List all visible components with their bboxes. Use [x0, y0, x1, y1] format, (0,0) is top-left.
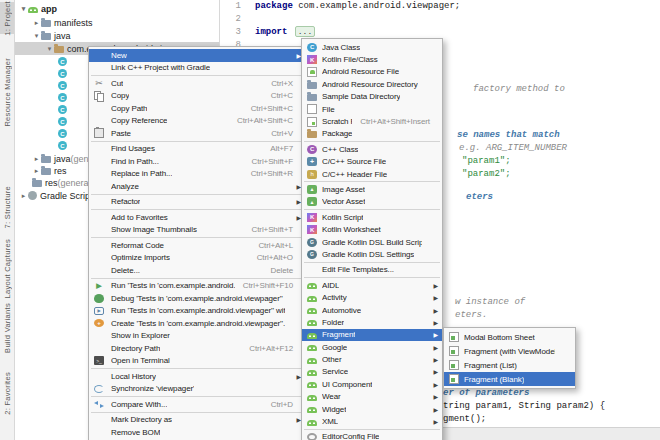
context-menu-item-find-in-path[interactable]: Find in Path...Ctrl+Shift+F	[89, 155, 305, 168]
context-menu-item-run-tests-in-com-example-android-viewpager[interactable]: Run 'Tests in 'com.example.android.viewp…	[89, 305, 305, 318]
toolwindow-tab-7-structure[interactable]: 7: Structure	[0, 180, 14, 234]
tree-row-java[interactable]: ▾java	[15, 29, 219, 42]
context-menu-item-delete[interactable]: Delete...Delete	[89, 264, 305, 277]
toolwindow-tab-build-variants[interactable]: Build Variants	[0, 302, 14, 354]
menu-item-shortcut: Ctrl+Alt+L	[250, 241, 293, 250]
context-menu-item-open-in-terminal[interactable]: Open in Terminal	[89, 355, 305, 368]
compare-icon	[94, 399, 104, 410]
new-submenu-item-activity[interactable]: Activity▶	[302, 291, 442, 303]
context-menu-item-show-image-thumbnails[interactable]: Show Image ThumbnailsCtrl+Shift+T	[89, 224, 305, 237]
context-menu-item-refactor[interactable]: Refactor▶	[89, 196, 305, 209]
context-menu-item-analyze[interactable]: Analyze▶	[89, 180, 305, 193]
new-submenu-item-package[interactable]: Package	[302, 128, 442, 140]
new-submenu-item-wear[interactable]: Wear▶	[302, 391, 442, 403]
new-submenu-item-google[interactable]: Google▶	[302, 341, 442, 353]
chevron-right-icon[interactable]: ▸	[32, 19, 41, 27]
new-submenu-item-fragment[interactable]: Fragment▶	[302, 329, 442, 341]
toolwindow-tab-1-project[interactable]: 1: Project	[0, 2, 14, 34]
new-submenu-item-gradle-kotlin-dsl-build-script[interactable]: Gradle Kotlin DSL Build Script	[302, 236, 442, 248]
new-submenu-item-c-class[interactable]: C++ Class	[302, 143, 442, 155]
context-menu-item-link-c-project-with-gradle[interactable]: Link C++ Project with Gradle	[89, 62, 305, 75]
new-submenu-item-vector-asset[interactable]: Vector Asset	[302, 196, 442, 208]
new-submenu-item-edit-file-templates[interactable]: Edit File Templates...	[302, 264, 442, 276]
new-submenu-item-java-class[interactable]: Java Class	[302, 41, 442, 53]
new-submenu-item-widget[interactable]: Widget▶	[302, 403, 442, 415]
new-submenu-item-service[interactable]: Service▶	[302, 366, 442, 378]
new-submenu-item-automotive[interactable]: Automotive▶	[302, 304, 442, 316]
toolwindow-tab-2-favorites[interactable]: 2: Favorites	[0, 364, 14, 422]
new-submenu-item-file[interactable]: File	[302, 103, 442, 115]
context-menu-item-run-tests-in-com-example-android-viewpager[interactable]: Run 'Tests in 'com.example.android.viewp…	[89, 280, 305, 293]
new-submenu-item-other[interactable]: Other▶	[302, 353, 442, 365]
context-menu-item-local-history[interactable]: Local History▶	[89, 370, 305, 383]
context-menu-item-create-tests-in-com-example-android-viewpa[interactable]: Create 'Tests in 'com.example.android.vi…	[89, 317, 305, 330]
chevron-down-icon[interactable]: ▾	[32, 32, 41, 40]
new-submenu-item-xml[interactable]: XML▶	[302, 415, 442, 427]
new-submenu-item-aidl[interactable]: AIDL▶	[302, 279, 442, 291]
fragment-submenu-item-fragment-list[interactable]: Fragment (List)	[444, 358, 575, 372]
fragment-icon	[449, 360, 459, 370]
chevron-right-icon[interactable]: ▸	[19, 192, 28, 200]
new-submenu-item-android-resource-directory[interactable]: Android Resource Directory	[302, 78, 442, 90]
menu-item-label: Android Resource Directory	[322, 80, 418, 89]
new-submenu-item-scratch-file[interactable]: Scratch FileCtrl+Alt+Shift+Insert	[302, 115, 442, 127]
new-submenu-item-android-resource-file[interactable]: Android Resource File	[302, 66, 442, 78]
tree-row-app[interactable]: ▾app	[15, 2, 219, 15]
blank-icon	[94, 156, 104, 167]
android-icon	[307, 320, 317, 326]
context-menu-item-compare-with[interactable]: Compare With...Ctrl+D	[89, 398, 305, 411]
folder-icon	[41, 168, 51, 175]
android-icon	[307, 420, 317, 426]
toolwindow-tab-layout-captures[interactable]: Layout Captures	[0, 240, 14, 298]
context-menu: New▶Link C++ Project with GradleCutCtrl+…	[88, 46, 306, 440]
menu-item-label: Paste	[111, 129, 131, 138]
new-submenu-item-image-asset[interactable]: Image Asset	[302, 183, 442, 195]
import-keyword: import	[255, 27, 287, 37]
context-menu-item-paste[interactable]: PasteCtrl+V	[89, 127, 305, 140]
fragment-submenu-item-fragment-with-viewmodel[interactable]: Fragment (with ViewModel)	[444, 344, 575, 358]
context-menu-item-add-to-favorites[interactable]: Add to Favorites▶	[89, 211, 305, 224]
folded-imports-chip[interactable]: ...	[295, 26, 315, 37]
chevron-right-icon[interactable]: ▸	[32, 155, 41, 163]
submenu-arrow-icon: ▶	[293, 416, 301, 423]
new-submenu-item-sample-data-directory[interactable]: Sample Data Directory	[302, 91, 442, 103]
context-menu-item-copy[interactable]: CopyCtrl+C	[89, 90, 305, 103]
fragment-submenu-item-fragment-blank[interactable]: Fragment (Blank)	[444, 372, 575, 386]
chevron-down-icon[interactable]: ▾	[45, 45, 54, 53]
context-menu-item-synchronize-viewpager[interactable]: Synchronize 'viewpager'	[89, 383, 305, 396]
context-menu-item-mark-directory-as[interactable]: Mark Directory as▶	[89, 414, 305, 427]
new-submenu-item-kotlin-file-class[interactable]: Kotlin File/Class	[302, 53, 442, 65]
new-submenu-item-kotlin-worksheet[interactable]: Kotlin Worksheet	[302, 223, 442, 235]
menu-item-shortcut: Ctrl+C	[263, 91, 293, 100]
chevron-down-icon[interactable]: ▾	[19, 5, 28, 13]
menu-item-label: Link C++ Project with Gradle	[111, 63, 210, 72]
menu-item-shortcut: Ctrl+Alt+F12	[241, 344, 293, 353]
new-submenu-item-editorconfig-file[interactable]: EditorConfig File	[302, 431, 442, 440]
context-menu-item-debug-tests-in-com-example-android-viewpag[interactable]: Debug 'Tests in 'com.example.android.vie…	[89, 292, 305, 305]
toolwindow-tab-resource-manager[interactable]: Resource Manager	[0, 44, 14, 140]
new-submenu-item-kotlin-script[interactable]: Kotlin Script	[302, 211, 442, 223]
context-menu-item-show-in-explorer[interactable]: Show in Explorer	[89, 330, 305, 343]
context-menu-item-new[interactable]: New▶	[89, 49, 305, 62]
context-menu-item-reformat-code[interactable]: Reformat CodeCtrl+Alt+L	[89, 239, 305, 252]
context-menu-item-copy-reference[interactable]: Copy ReferenceCtrl+Alt+Shift+C	[89, 115, 305, 128]
context-menu-item-remove-bom[interactable]: Remove BOM	[89, 426, 305, 439]
create-test-icon	[94, 319, 104, 327]
tree-row-manifests[interactable]: ▸manifests	[15, 16, 219, 29]
context-menu-item-directory-path[interactable]: Directory PathCtrl+Alt+F12	[89, 342, 305, 355]
fragment-submenu-item-modal-bottom-sheet[interactable]: Modal Bottom Sheet	[444, 330, 575, 344]
context-menu-item-replace-in-path[interactable]: Replace in Path...Ctrl+Shift+R	[89, 168, 305, 181]
new-submenu-item-folder[interactable]: Folder▶	[302, 316, 442, 328]
context-menu-item-find-usages[interactable]: Find UsagesAlt+F7	[89, 143, 305, 156]
tree-row-label: res	[45, 178, 58, 188]
submenu-arrow-icon: ▶	[430, 294, 438, 301]
context-menu-item-cut[interactable]: CutCtrl+X	[89, 77, 305, 90]
context-menu-item-copy-path[interactable]: Copy PathCtrl+Shift+C	[89, 102, 305, 115]
context-menu-item-optimize-imports[interactable]: Optimize ImportsCtrl+Alt+O	[89, 252, 305, 265]
chevron-right-icon[interactable]: ▸	[32, 167, 41, 175]
menu-item-shortcut: Ctrl+Shift+F	[244, 157, 293, 166]
new-submenu-item-ui-component[interactable]: UI Component▶	[302, 378, 442, 390]
new-submenu-item-c-c-header-file[interactable]: C/C++ Header File	[302, 168, 442, 180]
new-submenu-item-c-c-source-file[interactable]: C/C++ Source File	[302, 156, 442, 168]
new-submenu-item-gradle-kotlin-dsl-settings[interactable]: Gradle Kotlin DSL Settings	[302, 248, 442, 260]
